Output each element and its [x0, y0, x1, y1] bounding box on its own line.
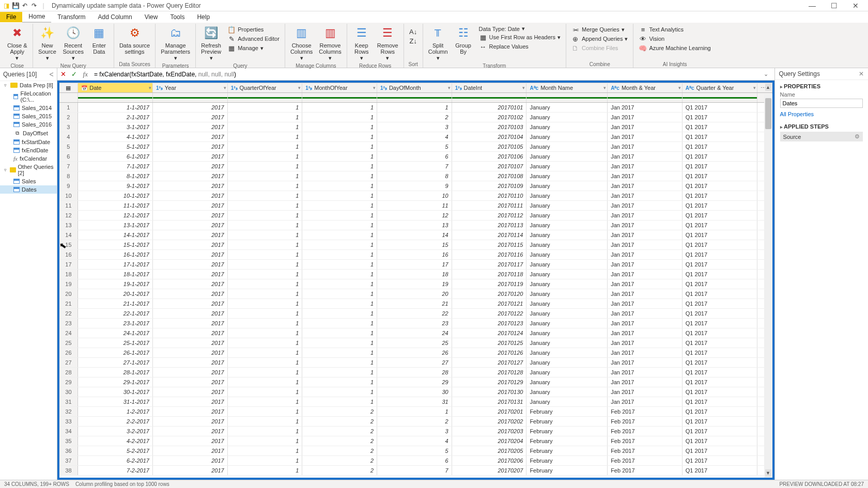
cell[interactable]: 1	[302, 162, 377, 171]
cell[interactable]: 2017	[152, 162, 227, 171]
cell[interactable]: 24	[377, 328, 452, 338]
cell[interactable]: 20170206	[452, 456, 526, 466]
cell[interactable]: January	[526, 299, 608, 309]
row-header[interactable]: 38	[59, 466, 78, 476]
cell[interactable]: 20170112	[452, 211, 526, 221]
cell[interactable]: 1	[377, 103, 452, 113]
cell[interactable]: 13-1-2017	[78, 221, 153, 230]
cell[interactable]: January	[526, 142, 608, 152]
cell[interactable]: Jan 2017	[608, 211, 683, 221]
cell[interactable]: 2	[302, 436, 377, 446]
cell[interactable]: 20170205	[452, 446, 526, 456]
cell[interactable]: 1	[302, 299, 377, 309]
cell[interactable]: 2017	[152, 142, 227, 152]
queries-pane[interactable]: Queries [10] < ▿Data Prep [8]FileLocatio…	[0, 68, 57, 480]
row-header[interactable]: 11	[59, 201, 78, 211]
cell[interactable]: 1	[302, 348, 377, 358]
row-header[interactable]: 28	[59, 368, 78, 377]
cell[interactable]: 1	[227, 122, 302, 132]
properties-button[interactable]: 📋Properties	[225, 25, 282, 34]
query-item[interactable]: Sales_2016	[0, 120, 57, 129]
row-header[interactable]: 26	[59, 348, 78, 358]
cell[interactable]: 7-2-2017	[78, 466, 153, 476]
cell[interactable]: Q1 2017	[682, 289, 757, 299]
cell[interactable]: Q1 2017	[682, 466, 757, 476]
cell[interactable]: 1	[227, 201, 302, 211]
cell[interactable]: Q1 2017	[682, 270, 757, 279]
save-icon[interactable]: 💾	[11, 2, 20, 10]
cell[interactable]: 2017	[152, 377, 227, 387]
row-header[interactable]: 31	[59, 397, 78, 407]
cell[interactable]: 28	[377, 368, 452, 377]
scroll-up-icon[interactable]: ▲	[765, 84, 771, 91]
cell[interactable]: 20170116	[452, 250, 526, 260]
undo-icon[interactable]: ↶	[21, 2, 29, 10]
cell[interactable]: 1	[302, 191, 377, 201]
filter-dropdown-icon[interactable]: ▾	[448, 85, 451, 90]
cell[interactable]: January	[526, 319, 608, 328]
row-header[interactable]: 34	[59, 427, 78, 436]
query-item[interactable]: Sales_2015	[0, 112, 57, 120]
row-header[interactable]: 30	[59, 387, 78, 397]
cell[interactable]: 1	[302, 289, 377, 299]
cell[interactable]: 6	[377, 456, 452, 466]
tab-transform[interactable]: Transform	[51, 12, 91, 22]
cell[interactable]: 15-1-2017	[78, 240, 153, 250]
type-icon[interactable]: 1²₃	[305, 85, 312, 91]
cell[interactable]: 2017	[152, 299, 227, 309]
cell[interactable]: 26	[377, 348, 452, 358]
cell[interactable]: 20170128	[452, 368, 526, 377]
cell[interactable]: 1	[227, 230, 302, 240]
cell[interactable]: January	[526, 152, 608, 162]
cell[interactable]: 20170106	[452, 152, 526, 162]
cell[interactable]: 21	[377, 299, 452, 309]
cell[interactable]: 4-1-2017	[78, 132, 153, 142]
cell[interactable]: 5-2-2017	[78, 446, 153, 456]
column-header[interactable]: 1²₃MonthOfYear▾	[302, 83, 377, 93]
cell[interactable]: Jan 2017	[608, 289, 683, 299]
cell[interactable]: 28-1-2017	[78, 368, 153, 377]
cell[interactable]: 4	[377, 436, 452, 446]
recent-sources-button[interactable]: 🕓RecentSources ▾	[61, 24, 86, 62]
cell[interactable]: 20170114	[452, 230, 526, 240]
cell[interactable]: 1	[227, 152, 302, 162]
cell[interactable]: 4	[377, 132, 452, 142]
cell[interactable]: 3-1-2017	[78, 122, 153, 132]
cell[interactable]: Q1 2017	[682, 221, 757, 230]
cell[interactable]: January	[526, 221, 608, 230]
type-icon[interactable]: 1²₃	[455, 85, 462, 91]
formula-input[interactable]: = fxCalendar(fxStartDate, fxEndDate, nul…	[93, 70, 761, 79]
cell[interactable]: 20170103	[452, 122, 526, 132]
row-header[interactable]: 12	[59, 211, 78, 221]
cell[interactable]: Jan 2017	[608, 250, 683, 260]
cell[interactable]: 1	[377, 407, 452, 417]
cell[interactable]: Jan 2017	[608, 319, 683, 328]
cell[interactable]: 2017	[152, 387, 227, 397]
applied-step[interactable]: Source⚙	[780, 132, 863, 141]
row-header[interactable]: 14	[59, 230, 78, 240]
cell[interactable]: 1	[227, 299, 302, 309]
type-icon[interactable]: Aᴮc	[530, 85, 538, 91]
cell[interactable]: 19	[377, 279, 452, 289]
cell[interactable]: 1	[227, 250, 302, 260]
cell[interactable]: January	[526, 250, 608, 260]
cell[interactable]: Q1 2017	[682, 230, 757, 240]
cell[interactable]: 5-1-2017	[78, 142, 153, 152]
cell[interactable]: 1	[227, 240, 302, 250]
cell[interactable]: February	[526, 427, 608, 436]
cell[interactable]: Q1 2017	[682, 299, 757, 309]
cell[interactable]: 1	[302, 171, 377, 181]
cell[interactable]: 1	[227, 142, 302, 152]
cell[interactable]: 1	[227, 260, 302, 270]
data-grid[interactable]: ▦📅Date▾1²₃Year▾1²₃QuarterOfYear▾1²₃Month…	[59, 83, 772, 478]
cell[interactable]: Q1 2017	[682, 387, 757, 397]
cell[interactable]: 1	[227, 132, 302, 142]
cell[interactable]: Q1 2017	[682, 377, 757, 387]
cell[interactable]: Feb 2017	[608, 407, 683, 417]
cell[interactable]: 11	[377, 201, 452, 211]
cell[interactable]: 1	[227, 466, 302, 476]
data-source-settings-button[interactable]: ⚙Data sourcesettings	[117, 24, 152, 56]
tab-tools[interactable]: Tools	[164, 12, 191, 22]
cell[interactable]: 20170102	[452, 113, 526, 122]
cell[interactable]: 1	[227, 338, 302, 348]
